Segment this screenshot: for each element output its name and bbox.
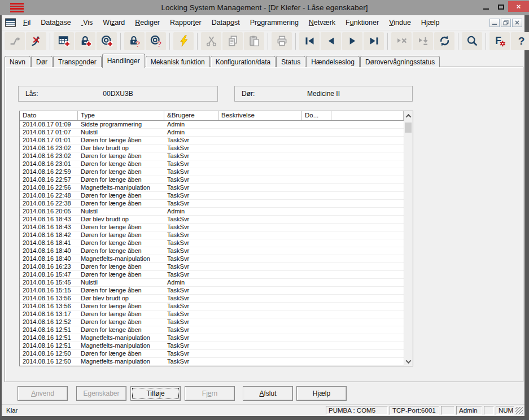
dialog-button-anvend: Anvend bbox=[18, 386, 68, 401]
menu-vindue[interactable]: Vindue bbox=[384, 16, 416, 29]
mdi-minimize-button[interactable] bbox=[489, 19, 500, 27]
menu-fil[interactable]: Fil bbox=[18, 16, 36, 29]
scrollbar-thumb[interactable] bbox=[405, 123, 412, 133]
tab-haendelseslog[interactable]: Hændelseslog bbox=[306, 56, 360, 67]
log-row[interactable]: 2014.08.16 23:01Døren for længe åbenTask… bbox=[20, 160, 404, 168]
menu-rediger[interactable]: Rediger bbox=[130, 16, 165, 29]
toolbar-read-transponder-button[interactable]: ? bbox=[146, 32, 166, 50]
log-row[interactable]: 2014.08.16 12:52Døren for længe åbenTask… bbox=[20, 318, 404, 326]
status-empty-panel-2 bbox=[484, 406, 494, 415]
toolbar-program-button[interactable] bbox=[173, 32, 194, 50]
resize-grip-icon[interactable] bbox=[515, 407, 523, 414]
menu-wizard[interactable]: Wizard bbox=[98, 16, 130, 29]
toolbar-disconnect-button[interactable] bbox=[26, 32, 46, 50]
log-row[interactable]: 2014.08.16 20:05NulstilAdmin bbox=[20, 208, 404, 216]
toolbar-next-record-button[interactable] bbox=[342, 32, 362, 50]
log-row[interactable]: 2014.08.16 23:02Døren for længe åbenTask… bbox=[20, 152, 404, 160]
log-row[interactable]: 2014.08.17 01:07NulstilAdmin bbox=[20, 129, 404, 137]
log-cell: 2014.08.16 16:23 bbox=[20, 263, 78, 270]
log-row[interactable]: 2014.08.16 18:40Døren for længe åbenTask… bbox=[20, 247, 404, 255]
toolbar-previous-record-button[interactable] bbox=[321, 32, 341, 50]
menu-rapporter[interactable]: Rapporter bbox=[165, 16, 207, 29]
scrollbar-up-button[interactable] bbox=[404, 111, 413, 120]
log-row[interactable]: 2014.08.16 15:45NulstilAdmin bbox=[20, 279, 404, 287]
log-row[interactable]: 2014.08.16 13:17Døren for længe åbenTask… bbox=[20, 310, 404, 318]
log-row[interactable]: 2014.08.16 13:56Dør blev brudt opTaskSvr bbox=[20, 295, 404, 303]
log-cell: Døren for længe åben bbox=[78, 160, 164, 168]
log-row[interactable]: 2014.08.16 15:47Døren for længe åbenTask… bbox=[20, 271, 404, 279]
log-row[interactable]: 2014.08.16 18:41Døren for længe åbenTask… bbox=[20, 239, 404, 247]
tab-doroverv[interactable]: Dørovervågningsstatus bbox=[360, 56, 440, 67]
tab-status[interactable]: Status bbox=[276, 56, 305, 67]
minimize-button[interactable] bbox=[479, 1, 493, 12]
log-row[interactable]: 2014.08.16 18:40Magnetfelts-manipulation… bbox=[20, 255, 404, 263]
column-header-empty[interactable] bbox=[331, 111, 404, 120]
dialog-button-egenskaber: Egenskaber bbox=[76, 386, 126, 401]
log-row[interactable]: 2014.08.16 18:43Dør blev brudt opTaskSvr bbox=[20, 216, 404, 224]
log-row[interactable]: 2014.08.16 12:50Magnetfelts-manipulation… bbox=[20, 358, 404, 366]
vertical-scrollbar[interactable] bbox=[404, 111, 413, 366]
log-row[interactable]: 2014.08.16 13:56Døren for længe åbenTask… bbox=[20, 303, 404, 310]
menu-funktioner[interactable]: Funktioner bbox=[340, 16, 384, 29]
menu-programmering[interactable]: Programmering bbox=[245, 16, 304, 29]
copy-icon bbox=[227, 35, 239, 47]
dialog-button-tilfoeje[interactable]: Tilføje bbox=[130, 386, 181, 401]
column-header-type[interactable]: Type bbox=[78, 111, 164, 120]
mdi-close-button[interactable] bbox=[512, 19, 522, 27]
maximize-button[interactable] bbox=[494, 1, 508, 12]
toolbar-first-record-button[interactable] bbox=[299, 32, 320, 50]
log-cell: 2014.08.16 12:51 bbox=[20, 342, 78, 349]
column-header-do[interactable]: Do... bbox=[302, 111, 331, 120]
log-row[interactable]: 2014.08.16 22:38Døren for længe åbenTask… bbox=[20, 200, 404, 208]
log-cell bbox=[331, 318, 404, 326]
toolbar-search-button[interactable] bbox=[462, 32, 482, 50]
log-row[interactable]: 2014.08.16 12:51Magnetfelts-manipulation… bbox=[20, 342, 404, 350]
menu-database[interactable]: Database bbox=[36, 16, 76, 29]
log-row[interactable]: 2014.08.16 22:56Magnetfelts-manipulation… bbox=[20, 184, 404, 192]
toolbar-new-transponder-button[interactable] bbox=[97, 32, 117, 50]
log-row[interactable]: 2014.08.16 18:42Døren for længe åbenTask… bbox=[20, 231, 404, 239]
log-row[interactable]: 2014.08.16 22:57Døren for længe åbenTask… bbox=[20, 176, 404, 184]
toolbar-read-lock-button[interactable]: ? bbox=[124, 32, 145, 50]
column-header-beskrivelse[interactable]: Beskrivelse bbox=[218, 111, 302, 120]
scrollbar-down-button[interactable] bbox=[404, 357, 413, 366]
log-row[interactable]: 2014.08.16 12:50Døren for længe åbenTask… bbox=[20, 350, 404, 358]
toolbar-help-button[interactable]: ? bbox=[511, 32, 529, 50]
log-row[interactable]: 2014.08.16 22:48Døren for længe åbenTask… bbox=[20, 192, 404, 200]
close-button[interactable]: × bbox=[508, 1, 529, 12]
menu-vis[interactable]: Vis bbox=[76, 16, 98, 29]
dialog-button-hjaelp[interactable]: Hjælp bbox=[296, 386, 347, 401]
mdi-restore-button[interactable] bbox=[501, 19, 511, 27]
log-cell bbox=[218, 279, 302, 286]
log-row[interactable]: 2014.08.17 01:01Døren for længe åbenTask… bbox=[20, 137, 404, 145]
menu-datapost[interactable]: Datapost bbox=[207, 16, 245, 29]
log-row[interactable]: 2014.08.16 18:43Døren for længe åbenTask… bbox=[20, 224, 404, 231]
log-row[interactable]: 2014.08.16 23:02Dør blev brudt opTaskSvr bbox=[20, 145, 404, 152]
toolbar-new-locking-plan-button[interactable] bbox=[54, 32, 74, 50]
tab-navn[interactable]: Navn bbox=[5, 56, 30, 67]
log-row[interactable]: 2014.08.16 12:51Døren for længe åbenTask… bbox=[20, 326, 404, 334]
log-cell bbox=[218, 176, 302, 183]
dialog-button-afslut[interactable]: Afslut bbox=[243, 386, 293, 401]
toolbar-filter-button[interactable]: F bbox=[489, 32, 510, 50]
log-row[interactable]: 2014.08.16 22:59Døren for længe åbenTask… bbox=[20, 168, 404, 176]
tab-mekanisk-funktion[interactable]: Mekanisk funktion bbox=[146, 56, 210, 67]
tab-transponder[interactable]: Transponder bbox=[53, 56, 102, 67]
column-header-brugere[interactable]: &Brugere bbox=[164, 111, 218, 120]
log-cell: 2014.08.16 22:59 bbox=[20, 168, 78, 176]
log-row[interactable]: 2014.08.16 15:15Døren for længe åbenTask… bbox=[20, 287, 404, 295]
menu-netvaerk[interactable]: Netværk bbox=[304, 16, 340, 29]
toolbar-refresh-button[interactable] bbox=[434, 32, 454, 50]
menu-hjaelp[interactable]: Hjælp bbox=[416, 16, 445, 29]
toolbar-new-lock-button[interactable] bbox=[75, 32, 95, 50]
tab-handlinger[interactable]: Handlinger bbox=[102, 54, 145, 68]
mdi-window-buttons bbox=[489, 19, 522, 27]
lock-plus-icon bbox=[80, 35, 91, 47]
tab-doer[interactable]: Dør bbox=[31, 56, 53, 67]
log-row[interactable]: 2014.08.16 16:23Døren for længe åbenTask… bbox=[20, 263, 404, 271]
tab-konfiguration-data[interactable]: Konfiguration/data bbox=[211, 56, 276, 67]
toolbar-last-record-button[interactable] bbox=[364, 32, 384, 50]
log-row[interactable]: 2014.08.16 12:51Magnetfelts-manipulation… bbox=[20, 334, 404, 342]
log-row[interactable]: 2014.08.17 01:09Sidste programmeringAdmi… bbox=[20, 121, 404, 129]
column-header-dato[interactable]: Dato bbox=[20, 111, 78, 120]
